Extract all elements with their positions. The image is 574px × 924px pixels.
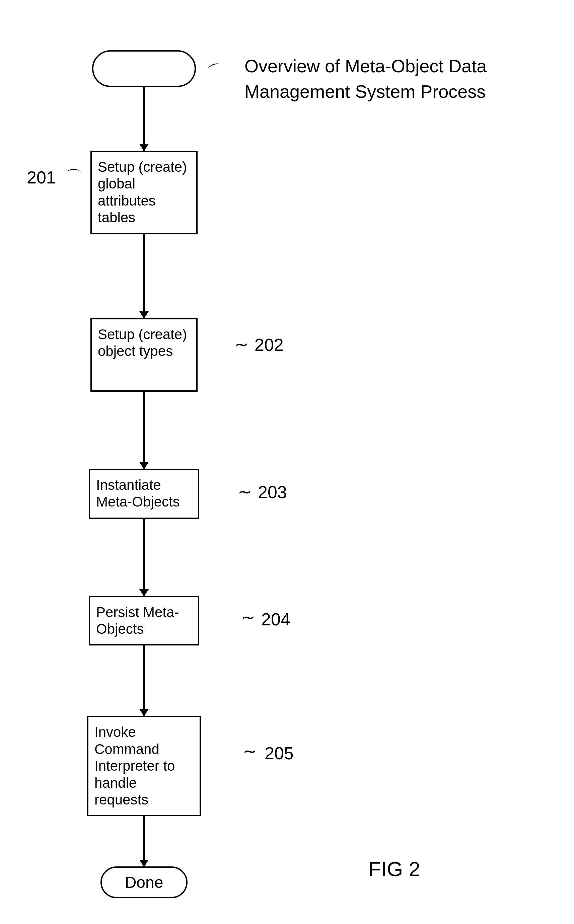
step-text: Persist Meta-Objects (96, 604, 179, 637)
process-step-201: Setup (create) global attributes tables (90, 151, 197, 235)
start-terminal (92, 50, 196, 87)
arrow (144, 519, 145, 596)
connector-tilde: ∼ (235, 335, 249, 354)
connector-tilde: ∼ (241, 608, 255, 627)
arrow (144, 235, 145, 318)
process-step-205: Invoke Command Interpreter to handle req… (87, 716, 201, 816)
process-step-204: Persist Meta-Objects (89, 596, 199, 646)
connector-tilde: ⌒ (65, 166, 82, 188)
step-text: Setup (create) global attributes tables (98, 159, 187, 225)
ref-number-201: 201 (27, 167, 56, 187)
diagram-title: Overview of Meta-Object Data Management … (244, 54, 512, 104)
arrow (144, 87, 145, 151)
connector-tilde: ∼ (243, 741, 257, 761)
figure-label: FIG 2 (368, 857, 420, 881)
ref-number-205: 205 (265, 743, 294, 763)
ref-number-203: 203 (258, 482, 287, 502)
step-text: Invoke Command Interpreter to handle req… (95, 724, 175, 808)
end-label: Done (125, 873, 163, 891)
ref-number-202: 202 (254, 335, 284, 355)
step-text: Instantiate Meta-Objects (96, 477, 180, 510)
step-text: Setup (create) object types (98, 326, 187, 359)
process-step-202: Setup (create) object types (90, 318, 197, 392)
arrow (144, 816, 145, 866)
end-terminal: Done (101, 866, 188, 898)
arrow (144, 645, 145, 716)
ref-number-204: 204 (261, 609, 290, 630)
connector-line: ⌒ (204, 58, 228, 85)
arrow (144, 392, 145, 469)
process-step-203: Instantiate Meta-Objects (89, 469, 199, 519)
connector-tilde: ∼ (238, 482, 252, 502)
flowchart-container: Setup (create) global attributes tables … (87, 50, 201, 898)
